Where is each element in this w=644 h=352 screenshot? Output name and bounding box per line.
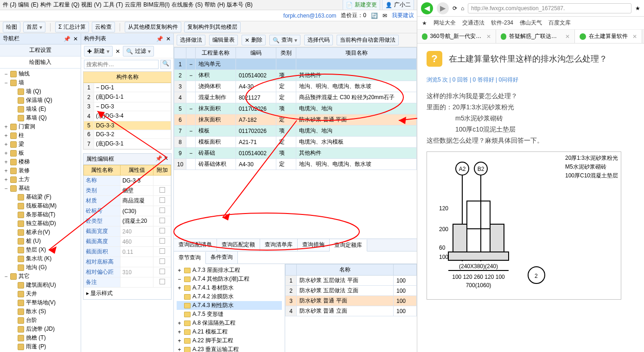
nav-node[interactable]: 台阶 xyxy=(2,316,79,325)
browser-tab[interactable]: 360导航_新一代安全上网✕ xyxy=(417,30,496,43)
query-tree-node[interactable]: A.7.5 变形缝 xyxy=(177,310,282,319)
prop-row[interactable]: 材质商品混凝 xyxy=(84,196,171,206)
query-tab[interactable]: 查询清单库 xyxy=(260,239,298,251)
delete-icon[interactable]: ✕ xyxy=(115,48,120,55)
query-button[interactable]: 🔍 查询 xyxy=(269,35,300,45)
suggest-link[interactable]: 我要建议 xyxy=(392,12,414,19)
qty-row[interactable]: 9−砖基础010514002项其他构件 xyxy=(174,148,417,159)
edit-qty-button[interactable]: 编辑量表 xyxy=(209,35,238,45)
member-search-input[interactable] xyxy=(84,60,159,69)
email-link[interactable]: forpk.chen@163.com xyxy=(283,13,336,19)
auto-apply-button[interactable]: 当前构件自动套用做法 xyxy=(337,35,399,45)
member-row[interactable]: 4(顶)DG-3-4 xyxy=(84,111,171,121)
query-tree-node[interactable]: +A.7.4.1 卷材防水 xyxy=(177,283,282,292)
query-result-row[interactable]: 3防水砂浆 普通 平面100 xyxy=(286,296,417,306)
fav-4[interactable]: 佛山天气 xyxy=(520,19,542,27)
qty-row[interactable]: 3浇捣体积A4-30定地沟、明沟、电缆沟、散水坡 xyxy=(174,81,417,92)
query-tree-node[interactable]: A.7.4.2 涂膜防水 xyxy=(177,292,282,301)
nav-node[interactable]: 墙 (Q) xyxy=(2,87,79,96)
nav-node[interactable]: +板 xyxy=(2,149,79,157)
nav-node[interactable]: 天井 xyxy=(2,289,79,298)
qty-row[interactable]: 7−模板011702026项电缆沟、地沟 xyxy=(174,126,417,137)
qty-row[interactable]: 6抹灰面积A7-182定防水砂浆 普通 平面 xyxy=(174,114,417,126)
query-tab[interactable]: 查询匹配清单 xyxy=(174,239,217,251)
prop-row[interactable]: 名称DG-3-3 xyxy=(84,176,171,186)
query-tab[interactable]: 查询匹配定额 xyxy=(217,239,260,251)
close-icon[interactable]: ✕ xyxy=(164,155,168,162)
fav-5[interactable]: 百度文库 xyxy=(548,19,571,27)
select-code-button[interactable]: 选择代码 xyxy=(304,35,333,45)
nav-node[interactable]: 条形基础(T) xyxy=(2,210,79,219)
close-icon[interactable]: ✕ xyxy=(486,33,491,40)
prop-row[interactable]: 截面宽度240 xyxy=(84,226,171,237)
menu-version[interactable]: 版本号 (B) xyxy=(227,1,252,9)
close-icon[interactable]: ✕ xyxy=(565,33,570,40)
nav-node[interactable]: 平整场地(V) xyxy=(2,298,79,307)
mail-icon[interactable]: ✉ xyxy=(383,13,387,19)
fav-3[interactable]: 软件-234 xyxy=(491,19,513,27)
query-tab[interactable]: 查询定额库 xyxy=(330,239,367,251)
nav-node[interactable]: 基础梁 (F) xyxy=(2,193,79,201)
show-style-toggle[interactable]: ▸ 显示样式 xyxy=(86,290,113,296)
query-tab[interactable]: 查询措施 xyxy=(298,239,330,251)
refresh-icon[interactable]: 🔄 xyxy=(371,13,378,19)
user-button[interactable]: 👤 广小二 xyxy=(382,0,414,10)
nav-node[interactable]: 散水 (S) xyxy=(2,307,79,316)
delete-button[interactable]: ✕ 删除 xyxy=(242,35,266,45)
pin-icon[interactable]: 📌 xyxy=(64,36,70,42)
floor-dropdown[interactable]: 首层 xyxy=(23,22,45,32)
copy-from-button[interactable]: 从其他楼层复制构件 xyxy=(125,22,181,32)
nav-node[interactable]: +楼梯 xyxy=(2,157,79,166)
menu-cloud[interactable]: 云应用 xyxy=(125,1,141,9)
select-method-button[interactable]: 选择做法 xyxy=(177,35,205,45)
query-result-row[interactable]: 2防水砂浆 五层做法 立面100 xyxy=(286,286,417,296)
qty-row[interactable]: 10砖基础体积A4-30定地沟、明沟、电缆沟、散水坡 xyxy=(174,159,417,170)
query-tree-node[interactable]: +A.23 垂直运输工程 xyxy=(177,345,282,352)
nav-node[interactable]: +土方 xyxy=(2,175,79,184)
sum-button[interactable]: Σ 汇总计算 xyxy=(55,22,89,32)
prop-row[interactable]: 截面面积0.11 xyxy=(84,247,171,257)
reload-icon[interactable]: ⟳ xyxy=(453,5,457,12)
menu-online[interactable]: 在线服务 (S) xyxy=(172,1,203,9)
member-row[interactable]: 1− DG-1 xyxy=(84,83,171,92)
menu-quantity[interactable]: 工程量 (Q) xyxy=(53,1,80,9)
close-icon[interactable]: ✕ xyxy=(632,33,637,40)
query-tree-node[interactable]: +A.8 保温隔热工程 xyxy=(177,319,282,327)
prop-row[interactable]: 类别侧壁 xyxy=(84,186,171,196)
nav-node[interactable]: 建筑面积(U) xyxy=(2,281,79,289)
query-tree-node[interactable]: +A.22 脚手架工程 xyxy=(177,336,282,345)
browser-tab[interactable]: 在土建算量软件✕ xyxy=(575,30,642,43)
menu-help[interactable]: 帮助 (H) xyxy=(204,1,225,9)
nav-node[interactable]: 垫层 (X) xyxy=(2,245,79,254)
query-tree-node[interactable]: +A.21 模板工程 xyxy=(177,327,282,336)
fav-1[interactable]: 网址大全 xyxy=(434,19,456,27)
nav-node[interactable]: 墙垛 (E) xyxy=(2,105,79,113)
member-row[interactable]: 7(底)DG-3-1 xyxy=(84,139,171,149)
menu-view[interactable]: 视图 (V) xyxy=(81,1,101,9)
qty-row[interactable]: 2−体积010514002项其他构件 xyxy=(174,70,417,81)
nav-tab-settings[interactable]: 工程设置 xyxy=(0,44,81,57)
nav-tab-draw[interactable]: 绘图输入 xyxy=(0,57,81,69)
nav-node[interactable]: +门窗洞 xyxy=(2,122,79,131)
nav-node[interactable]: −轴线 xyxy=(2,69,79,78)
nav-node[interactable]: 筏板基础(M) xyxy=(2,201,79,210)
menu-edit[interactable]: 编辑 (E) xyxy=(18,1,38,9)
qty-row[interactable]: 4混凝土制作8021127定商品预拌混凝土 C30 粒径为20mm石子 xyxy=(174,92,417,103)
prop-row[interactable]: 备注 xyxy=(84,277,171,288)
star-icon[interactable]: ★ xyxy=(635,5,640,12)
menu-tool[interactable]: 工具 (T) xyxy=(103,1,123,9)
menu-member[interactable]: 构件 xyxy=(40,1,51,9)
qsub-chapter[interactable]: 章节查询 xyxy=(174,252,206,264)
prop-row[interactable]: 砼标号(C30) xyxy=(84,206,171,216)
nav-node[interactable]: +柱 xyxy=(2,131,79,140)
query-tree-node[interactable]: A.7.4.3 刚性防水 xyxy=(177,301,282,310)
pin-icon[interactable]: 📌 xyxy=(155,155,162,162)
query-result-row[interactable]: 4防水砂浆 普通 立面100 xyxy=(286,306,417,316)
back-button[interactable]: ◀ xyxy=(421,2,433,14)
cloudcheck-button[interactable]: 云检查 xyxy=(92,22,115,32)
prop-row[interactable]: 相对底标高 xyxy=(84,257,171,267)
filter-button[interactable]: 🔍 过滤 xyxy=(123,46,154,57)
fav-icon[interactable]: ★ xyxy=(422,20,427,26)
home-icon[interactable]: ⌂ xyxy=(461,5,464,12)
query-result-row[interactable]: 1防水砂浆 五层做法 平面100 xyxy=(286,276,417,286)
